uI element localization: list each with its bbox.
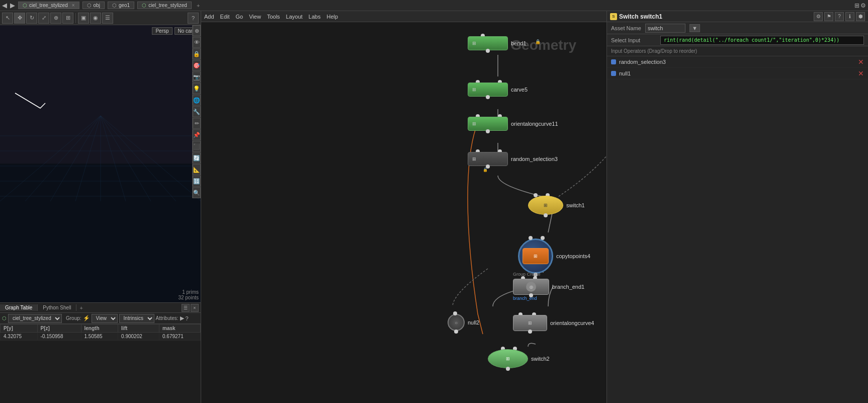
attributes-help-icon[interactable]: ?: [186, 315, 189, 321]
attributes-dropdown-icon[interactable]: ▶: [180, 315, 184, 321]
nav-forward-icon[interactable]: ▶: [10, 2, 15, 9]
node-bend1[interactable]: ⊞ 🔒 bend1: [468, 36, 527, 50]
asset-name-row: Asset Name ▼: [607, 22, 868, 34]
transform-tool[interactable]: ⊕: [50, 13, 61, 24]
tab-graph-table[interactable]: Graph Table: [0, 304, 38, 311]
tab-icon-geo: ⬡: [112, 3, 117, 8]
rotate-tool[interactable]: ↻: [26, 13, 37, 24]
menu-tools[interactable]: Tools: [267, 14, 280, 20]
vp-tool-3[interactable]: 🔒: [193, 48, 201, 59]
toolbar: ↖ ✥ ↻ ⤢ ⊕ ⊞ ▣ ◉ ☰ ?: [0, 11, 201, 25]
vp-tool-4[interactable]: 🎯: [193, 60, 201, 71]
node-graph-menu: Add Edit Go View Tools Layout Labs Help: [201, 11, 606, 22]
right-topbar-left: S Switch switch1: [610, 13, 662, 20]
info-icon[interactable]: ℹ: [845, 12, 854, 21]
intrinsics-select[interactable]: Intrinsics: [119, 314, 154, 323]
add-tab-icon[interactable]: +: [197, 3, 200, 9]
maximize-icon[interactable]: ⊞: [854, 2, 859, 9]
asset-dropdown-arrow[interactable]: ▼: [689, 24, 700, 32]
vp-tool-9[interactable]: ✏: [193, 118, 201, 129]
display-options[interactable]: ▣: [78, 13, 89, 24]
node-canvas[interactable]: Geometry: [201, 22, 606, 403]
group-filter-icon[interactable]: ⚡: [83, 315, 90, 321]
attributes-label: Attributes:: [156, 315, 179, 321]
vp-tool-5[interactable]: 📷: [193, 71, 201, 83]
node-switch2[interactable]: ⊞ switch2: [488, 349, 550, 368]
tab-obj[interactable]: ⬡ obj: [82, 2, 105, 9]
scale-tool[interactable]: ⤢: [38, 13, 49, 24]
persp-dropdown[interactable]: Persp: [152, 27, 172, 35]
node-random-selection3[interactable]: ⊞ 🔒 random_selection3: [468, 152, 558, 166]
network-icon: ⬡: [2, 315, 7, 321]
expand-icon[interactable]: ⬢: [856, 12, 865, 21]
vp-tool-14[interactable]: 🔢: [193, 176, 201, 187]
menu-go[interactable]: Go: [236, 14, 243, 20]
vp-tool-13[interactable]: 📐: [193, 164, 201, 175]
network-select[interactable]: ciel_tree_stylized: [8, 314, 62, 323]
vp-tool-11[interactable]: ⬛: [193, 141, 201, 152]
node-switch1[interactable]: ⊞ switch1: [528, 196, 585, 215]
vp-tool-7[interactable]: 🌐: [193, 95, 201, 106]
vp-tool-2[interactable]: 👁: [193, 37, 201, 48]
vp-tool-10[interactable]: 📌: [193, 129, 201, 140]
menu-view[interactable]: View: [249, 14, 261, 20]
node-switch2-label: switch2: [531, 356, 550, 362]
view-select[interactable]: View: [92, 314, 118, 323]
vp-tool-12[interactable]: 🔄: [193, 152, 201, 164]
node-carve5-label: carve5: [511, 87, 528, 93]
asset-name-input[interactable]: [645, 24, 685, 33]
node-null2-label: null2: [468, 319, 479, 326]
input-op-null1[interactable]: null1 ✕: [607, 68, 868, 79]
menu-labs[interactable]: Labs: [309, 14, 321, 20]
more-display[interactable]: ☰: [102, 13, 113, 24]
help-icon[interactable]: ?: [188, 13, 199, 24]
menu-edit[interactable]: Edit: [220, 14, 230, 20]
settings-icon[interactable]: ⚙: [860, 2, 866, 9]
select-tool[interactable]: ↖: [2, 13, 13, 24]
node-null2[interactable]: ○ null2: [448, 314, 479, 331]
tab-geo1[interactable]: ⬡ geo1: [108, 2, 134, 9]
snap-tool[interactable]: ⊞: [62, 13, 73, 24]
vp-tool-1[interactable]: ⊕: [193, 25, 201, 36]
flag-icon[interactable]: ⚑: [824, 12, 833, 21]
vp-tool-8[interactable]: 🔧: [193, 106, 201, 117]
nav-back-icon[interactable]: ◀: [2, 2, 7, 9]
vp-tool-15[interactable]: 🔍: [193, 187, 201, 198]
input-op-random-selection3[interactable]: random_selection3 ✕: [607, 56, 868, 68]
node-graph[interactable]: Add Edit Go View Tools Layout Labs Help …: [201, 11, 606, 403]
gear-settings-icon[interactable]: ⚙: [814, 12, 823, 21]
help-icon[interactable]: ?: [835, 12, 844, 21]
grid-svg: [0, 25, 201, 302]
render-btn[interactable]: ◉: [90, 13, 101, 24]
vp-tool-6[interactable]: 💡: [193, 83, 201, 94]
node-random-selection3-label: random_selection3: [511, 156, 558, 162]
add-panel-icon[interactable]: +: [76, 305, 85, 311]
input-operators-header: Input Operators (Drag/Drop to reorder): [607, 46, 868, 56]
node-copytopoints4[interactable]: ⊞ copytopoints4: [518, 238, 590, 274]
panel-options[interactable]: ☰: [182, 304, 190, 312]
node-carve5[interactable]: ⊞ carve5: [468, 83, 528, 97]
select-input-field[interactable]: [660, 36, 864, 45]
op-name-1: random_selection3: [619, 59, 855, 65]
panel-close[interactable]: ×: [191, 304, 199, 312]
switch-indicator: S: [610, 13, 617, 20]
tab-ciel-tree-stylized2[interactable]: ⬡ ciel_tree_stylized: [137, 2, 192, 9]
menu-layout[interactable]: Layout: [286, 14, 303, 20]
node-orientalongcurve4[interactable]: ⊞ orientalongcurve4: [513, 315, 594, 331]
node-orientalongcurve11-label: orientalongcurve11: [511, 121, 558, 127]
op-remove-1[interactable]: ✕: [858, 58, 864, 66]
svg-rect-0: [0, 25, 201, 164]
branch-end-sublabel: branch_end: [513, 296, 537, 301]
tab-ciel-tree-stylized[interactable]: ⬡ ciel_tree_stylized ×: [18, 2, 79, 9]
menu-add[interactable]: Add: [204, 14, 214, 20]
node-orientalongcurve11[interactable]: ⊞ orientalongcurve11: [468, 117, 558, 131]
menu-help[interactable]: Help: [326, 14, 338, 20]
tab-icon-ct2: ⬡: [142, 3, 146, 8]
op-remove-2[interactable]: ✕: [858, 69, 864, 77]
node-branch-end1[interactable]: Group Create ◎ branch_end branch_end1: [513, 279, 584, 295]
node-switch1-label: switch1: [566, 202, 585, 208]
tab-close-icon[interactable]: ×: [72, 3, 75, 8]
tab-python-shell[interactable]: Python Shell: [38, 304, 76, 311]
points-count: 32 points: [178, 295, 199, 300]
move-tool[interactable]: ✥: [14, 13, 25, 24]
